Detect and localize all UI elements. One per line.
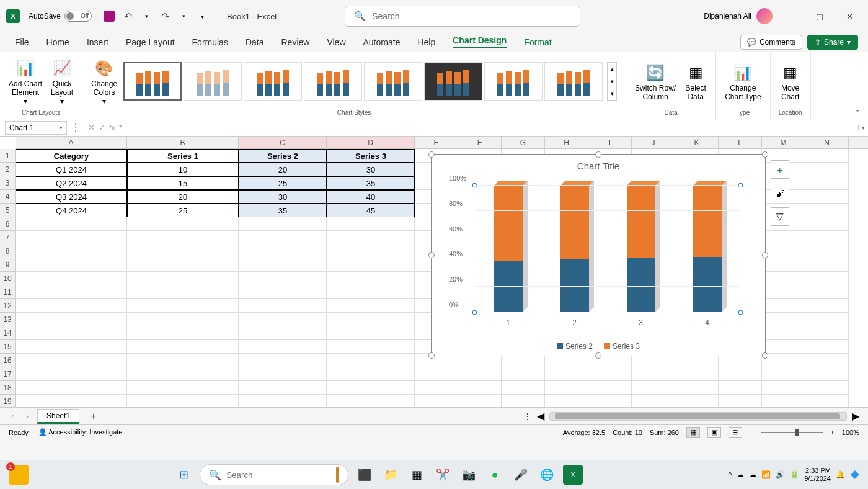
taskbar-app[interactable]: ▦	[407, 465, 427, 485]
cell-A11[interactable]	[16, 285, 127, 299]
chart-handle[interactable]	[762, 252, 768, 258]
cell-C9[interactable]	[239, 258, 327, 272]
cell-E17[interactable]	[415, 367, 458, 381]
cell-D11[interactable]	[327, 285, 415, 299]
cell-A19[interactable]	[16, 395, 127, 407]
col-header-C[interactable]: C	[239, 137, 327, 148]
cell-H19[interactable]	[545, 395, 588, 407]
cell-A17[interactable]	[16, 367, 127, 381]
undo-icon[interactable]: ↶	[122, 10, 134, 22]
row-header-2[interactable]: 2	[0, 163, 16, 176]
tab-file[interactable]: File	[15, 37, 29, 47]
chart-elements-button[interactable]: +	[771, 160, 789, 179]
excel-taskbar-icon[interactable]: X	[563, 465, 583, 485]
cell-C19[interactable]	[239, 395, 327, 407]
cell-N18[interactable]	[805, 381, 849, 395]
cell-K19[interactable]	[675, 395, 719, 407]
cell-D2[interactable]: 30	[327, 163, 415, 176]
scroll-right-icon[interactable]: ▶	[852, 410, 859, 422]
change-colors-button[interactable]: 🎨Change Colors ▾	[89, 56, 120, 107]
chart-handle[interactable]	[428, 252, 435, 258]
cell-N3[interactable]	[805, 176, 849, 190]
cell-N14[interactable]	[805, 326, 849, 340]
cell-J19[interactable]	[632, 395, 675, 407]
zoom-in-button[interactable]: +	[830, 429, 834, 436]
cell-D13[interactable]	[327, 313, 415, 326]
cell-C13[interactable]	[239, 313, 327, 326]
cell-L18[interactable]	[719, 381, 762, 395]
cell-H17[interactable]	[545, 367, 588, 381]
sheet-nav-next[interactable]: ›	[22, 412, 32, 421]
chart-styles-scroll[interactable]: ▴▾▾	[607, 62, 617, 101]
spotify-icon[interactable]: ●	[485, 465, 505, 485]
comments-button[interactable]: 💬 Comments	[740, 35, 802, 50]
cell-B13[interactable]	[127, 313, 239, 326]
search-box[interactable]: 🔍	[345, 6, 580, 27]
view-normal-button[interactable]: ▦	[686, 427, 700, 438]
cell-N17[interactable]	[805, 367, 849, 381]
ribbon-collapse-icon[interactable]: ⌄	[854, 105, 861, 114]
switch-row-column-button[interactable]: 🔄Switch Row/ Column	[632, 60, 678, 102]
formula-input[interactable]	[126, 121, 858, 135]
view-page-layout-button[interactable]: ▣	[707, 427, 721, 438]
cell-B12[interactable]	[127, 299, 239, 313]
add-chart-element-button[interactable]: 📊Add Chart Element ▾	[6, 56, 45, 107]
task-view-icon[interactable]: ⬛	[355, 465, 374, 485]
cell-M15[interactable]	[762, 340, 805, 354]
tab-data[interactable]: Data	[246, 37, 264, 47]
cell-N8[interactable]	[805, 244, 849, 258]
chart-handle[interactable]	[762, 151, 768, 158]
cell-D10[interactable]	[327, 272, 415, 285]
tab-view[interactable]: View	[327, 37, 345, 47]
row-headers[interactable]: 1234567891011121314151617181920	[0, 149, 16, 407]
chart-object[interactable]: Chart Title 1234 0%20%40%60%80%100% Seri…	[431, 154, 766, 356]
undo-dropdown-icon[interactable]: ▾	[140, 10, 153, 22]
chart-style-8[interactable]	[544, 62, 603, 101]
cell-N2[interactable]	[805, 163, 849, 176]
search-input[interactable]	[372, 11, 571, 21]
row-header-15[interactable]: 15	[0, 340, 16, 354]
row-header-4[interactable]: 4	[0, 190, 16, 204]
cell-A13[interactable]	[16, 313, 127, 326]
cell-N10[interactable]	[805, 272, 849, 285]
cell-D19[interactable]	[327, 395, 415, 407]
share-button[interactable]: ⇧ Share ▾	[807, 35, 858, 50]
select-data-button[interactable]: ▦Select Data	[682, 60, 709, 102]
tray-onedrive-icon[interactable]: ☁	[737, 470, 744, 479]
cell-N11[interactable]	[805, 285, 849, 299]
tab-insert[interactable]: Insert	[87, 37, 108, 47]
tray-chevron-icon[interactable]: ^	[728, 470, 732, 479]
taskbar-search[interactable]: 🔍	[200, 464, 348, 485]
cell-B11[interactable]	[127, 285, 239, 299]
chart-style-3[interactable]	[244, 62, 302, 101]
close-button[interactable]: ✕	[837, 7, 862, 25]
cell-B10[interactable]	[127, 272, 239, 285]
cell-B17[interactable]	[127, 367, 239, 381]
chart-handle[interactable]	[762, 352, 768, 359]
cell-I17[interactable]	[588, 367, 632, 381]
cell-N13[interactable]	[805, 313, 849, 326]
row-header-6[interactable]: 6	[0, 217, 16, 231]
chart-style-4[interactable]	[304, 62, 362, 101]
tab-formulas[interactable]: Formulas	[192, 37, 228, 47]
cell-B9[interactable]	[127, 258, 239, 272]
cell-M19[interactable]	[762, 395, 805, 407]
chart-style-1[interactable]	[123, 62, 182, 101]
row-header-7[interactable]: 7	[0, 231, 16, 244]
row-header-18[interactable]: 18	[0, 381, 16, 395]
minimize-button[interactable]: —	[777, 7, 802, 25]
tray-battery-icon[interactable]: 🔋	[790, 470, 799, 479]
row-header-9[interactable]: 9	[0, 258, 16, 272]
col-header-H[interactable]: H	[545, 137, 588, 148]
cell-H18[interactable]	[545, 381, 588, 395]
enter-formula-icon[interactable]: ✓	[99, 123, 105, 132]
col-header-B[interactable]: B	[127, 137, 239, 148]
chart-handle[interactable]	[428, 352, 435, 359]
zoom-label[interactable]: 100%	[842, 429, 859, 436]
cell-C12[interactable]	[239, 299, 327, 313]
cell-C16[interactable]	[239, 354, 327, 367]
cell-N16[interactable]	[805, 354, 849, 367]
redo-dropdown-icon[interactable]: ▾	[177, 10, 190, 22]
cell-N4[interactable]	[805, 190, 849, 204]
cell-B1[interactable]: Series 1	[127, 149, 239, 163]
